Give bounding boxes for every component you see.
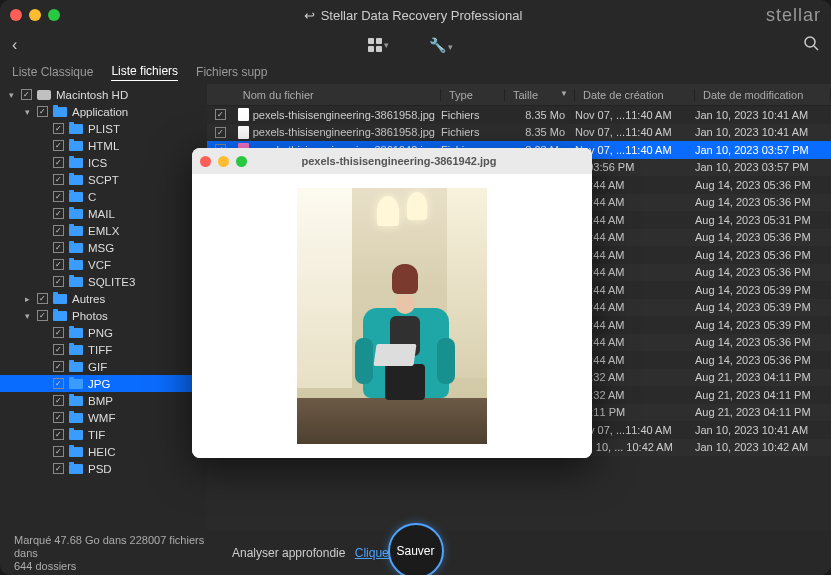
column-headers: Nom du fichier Type Taille▼ Date de créa… — [207, 84, 831, 106]
checkbox[interactable] — [53, 429, 64, 440]
tree-node-c[interactable]: C — [0, 188, 207, 205]
maximize-icon[interactable] — [48, 9, 60, 21]
col-name[interactable]: Nom du fichier — [235, 89, 441, 101]
tree-node-tif[interactable]: TIF — [0, 426, 207, 443]
checkbox[interactable] — [37, 293, 48, 304]
checkbox[interactable] — [53, 140, 64, 151]
tree-node-html[interactable]: HTML — [0, 137, 207, 154]
node-label: Photos — [72, 310, 108, 322]
checkbox[interactable] — [53, 191, 64, 202]
file-row[interactable]: pexels-thisisengineering-3861958.jpgFich… — [207, 124, 831, 142]
checkbox[interactable] — [53, 225, 64, 236]
file-modified: Aug 14, 2023 05:36 PM — [695, 354, 831, 366]
close-icon[interactable] — [10, 9, 22, 21]
checkbox[interactable] — [53, 157, 64, 168]
tree-node-ics[interactable]: ICS — [0, 154, 207, 171]
chevron-down-icon[interactable]: ▾ — [22, 107, 32, 117]
search-button[interactable] — [803, 35, 819, 55]
node-label: HTML — [88, 140, 119, 152]
file-modified: Jan 10, 2023 03:57 PM — [695, 161, 831, 173]
checkbox[interactable] — [53, 276, 64, 287]
file-icon — [238, 108, 249, 121]
tree-node-tiff[interactable]: TIFF — [0, 341, 207, 358]
checkbox[interactable] — [53, 395, 64, 406]
minimize-icon[interactable] — [218, 156, 229, 167]
checkbox[interactable] — [215, 109, 226, 120]
tree-node-emlx[interactable]: EMLX — [0, 222, 207, 239]
toolbar: ‹ ▾ 🔧▾ — [0, 30, 831, 60]
file-modified: Jan 10, 2023 03:57 PM — [695, 144, 831, 156]
checkbox[interactable] — [21, 89, 32, 100]
file-size: 8.35 Mo — [505, 126, 575, 138]
file-created: ...1:32 AM — [575, 371, 695, 383]
tree-node-mail[interactable]: MAIL — [0, 205, 207, 222]
checkbox[interactable] — [215, 127, 226, 138]
chevron-right-icon[interactable]: ▸ — [22, 294, 32, 304]
tree-node-bmp[interactable]: BMP — [0, 392, 207, 409]
save-button[interactable]: Sauver — [388, 523, 444, 575]
file-row[interactable]: pexels-thisisengineering-3861958.jpgFich… — [207, 106, 831, 124]
grid-view-button[interactable]: ▾ — [368, 37, 389, 53]
chevron-down-icon[interactable]: ▾ — [22, 311, 32, 321]
node-label: BMP — [88, 395, 113, 407]
tree-node-scpt[interactable]: SCPT — [0, 171, 207, 188]
file-modified: Aug 14, 2023 05:36 PM — [695, 231, 831, 243]
tree-node-heic[interactable]: HEIC — [0, 443, 207, 460]
col-type[interactable]: Type — [441, 89, 505, 101]
checkbox[interactable] — [53, 378, 64, 389]
checkbox[interactable] — [53, 344, 64, 355]
file-modified: Aug 14, 2023 05:36 PM — [695, 266, 831, 278]
tree-node-gif[interactable]: GIF — [0, 358, 207, 375]
preview-image — [297, 188, 487, 444]
folder-icon — [69, 328, 83, 338]
checkbox[interactable] — [53, 123, 64, 134]
checkbox[interactable] — [37, 310, 48, 321]
folder-icon — [69, 243, 83, 253]
checkbox[interactable] — [53, 361, 64, 372]
maximize-icon[interactable] — [236, 156, 247, 167]
tab-extra[interactable]: Fichiers supp — [196, 65, 267, 79]
folder-icon — [69, 277, 83, 287]
tree-node-application[interactable]: ▾Application — [0, 103, 207, 120]
folder-icon — [53, 311, 67, 321]
tree-node-sqlite3[interactable]: SQLITE3 — [0, 273, 207, 290]
tree-node-autres[interactable]: ▸Autres — [0, 290, 207, 307]
tree-node-wmf[interactable]: WMF — [0, 409, 207, 426]
checkbox[interactable] — [53, 463, 64, 474]
col-size[interactable]: Taille▼ — [505, 89, 575, 101]
checkbox[interactable] — [53, 208, 64, 219]
tree-node-png[interactable]: PNG — [0, 324, 207, 341]
chevron-down-icon: ▾ — [448, 42, 453, 52]
tree-node-macintosh hd[interactable]: ▾Macintosh HD — [0, 86, 207, 103]
file-size: 8.35 Mo — [505, 109, 575, 121]
node-label: TIFF — [88, 344, 112, 356]
checkbox[interactable] — [53, 327, 64, 338]
preview-window[interactable]: pexels-thisisengineering-3861942.jpg — [192, 148, 592, 458]
tree-node-photos[interactable]: ▾Photos — [0, 307, 207, 324]
tree-node-psd[interactable]: PSD — [0, 460, 207, 477]
checkbox[interactable] — [53, 174, 64, 185]
checkbox[interactable] — [53, 412, 64, 423]
tab-files[interactable]: Liste fichiers — [111, 64, 178, 81]
checkbox[interactable] — [53, 259, 64, 270]
file-modified: Aug 21, 2023 04:11 PM — [695, 406, 831, 418]
close-icon[interactable] — [200, 156, 211, 167]
brand-logo: stellar — [766, 5, 821, 26]
col-modified[interactable]: Date de modification — [695, 89, 831, 101]
folder-icon — [69, 192, 83, 202]
col-created[interactable]: Date de création — [575, 89, 695, 101]
tree-node-vcf[interactable]: VCF — [0, 256, 207, 273]
wrench-button[interactable]: 🔧▾ — [429, 37, 453, 53]
sidebar-tree[interactable]: ▾Macintosh HD▾ApplicationPLISTHTMLICSSCP… — [0, 84, 207, 531]
tab-classic[interactable]: Liste Classique — [12, 65, 93, 79]
minimize-icon[interactable] — [29, 9, 41, 21]
checkbox[interactable] — [37, 106, 48, 117]
checkbox[interactable] — [53, 446, 64, 457]
tree-node-plist[interactable]: PLIST — [0, 120, 207, 137]
tree-node-jpg[interactable]: JPG — [0, 375, 207, 392]
chevron-down-icon[interactable]: ▾ — [6, 90, 16, 100]
file-created: ...4:11 PM — [575, 406, 695, 418]
checkbox[interactable] — [53, 242, 64, 253]
tree-node-msg[interactable]: MSG — [0, 239, 207, 256]
app-title: ↪ Stellar Data Recovery Professional — [60, 8, 766, 23]
